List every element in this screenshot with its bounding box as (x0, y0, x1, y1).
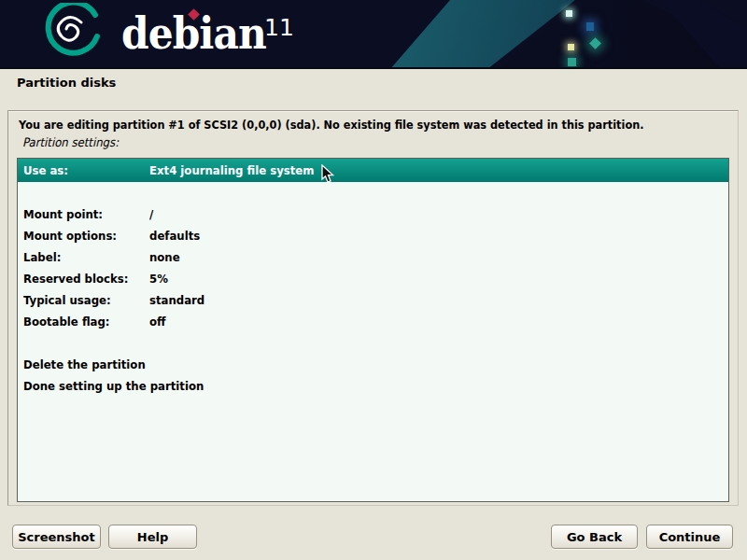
setting-label: Reserved blocks: (23, 268, 128, 289)
settings-row-reserved-blocks[interactable]: Reserved blocks: 5% (18, 268, 728, 289)
go-back-button[interactable]: Go Back (551, 525, 638, 549)
setting-label: Label: (23, 246, 61, 268)
setting-label: Typical usage: (23, 289, 111, 311)
setting-label: Mount options: (23, 225, 117, 246)
page-title: Partition disks (17, 76, 116, 90)
action-done-partition[interactable]: Done setting up the partition (18, 375, 728, 397)
mouse-cursor-icon (321, 164, 335, 184)
screenshot-button[interactable]: Screenshot (12, 525, 101, 549)
banner: debian 11 (0, 0, 747, 69)
setting-value: 5% (149, 268, 168, 289)
spacer-row (18, 332, 728, 354)
setting-value: defaults (149, 225, 200, 246)
content-frame: You are editing partition #1 of SCSI2 (0… (7, 110, 739, 506)
action-label: Done setting up the partition (23, 375, 204, 397)
setting-label: Use as: (23, 159, 68, 182)
setting-value: none (149, 246, 180, 268)
partition-settings-list[interactable]: Use as: Ext4 journaling file system Moun… (17, 158, 729, 502)
continue-button[interactable]: Continue (646, 525, 733, 549)
setting-value: standard (149, 289, 204, 311)
banner-spark-square-blue (586, 22, 594, 31)
setting-label: Bootable flag: (23, 311, 110, 332)
debian-swirl-icon (37, 3, 106, 66)
spacer-row (18, 182, 728, 203)
help-button[interactable]: Help (108, 525, 197, 549)
settings-row-mount-point[interactable]: Mount point: / (18, 203, 728, 225)
action-delete-partition[interactable]: Delete the partition (18, 354, 728, 375)
settings-row-mount-options[interactable]: Mount options: defaults (18, 225, 728, 246)
banner-spark-square-teal (568, 58, 576, 66)
setting-value: Ext4 journaling file system (149, 159, 314, 182)
edit-partition-message: You are editing partition #1 of SCSI2 (0… (19, 118, 644, 132)
setting-value: / (149, 203, 153, 225)
settings-row-bootable-flag[interactable]: Bootable flag: off (18, 311, 728, 332)
banner-spark-square-yellow (568, 44, 574, 50)
debian-version: 11 (264, 14, 294, 41)
banner-spark-square-white (566, 10, 572, 17)
partition-settings-label: Partition settings: (22, 135, 119, 149)
banner-navy-shape (0, 0, 747, 69)
settings-row-typical-usage[interactable]: Typical usage: standard (18, 289, 728, 311)
setting-label: Mount point: (23, 203, 103, 225)
action-label: Delete the partition (23, 354, 146, 375)
settings-row-use-as[interactable]: Use as: Ext4 journaling file system (18, 159, 728, 182)
setting-value: off (149, 311, 166, 332)
settings-row-label[interactable]: Label: none (18, 246, 728, 268)
